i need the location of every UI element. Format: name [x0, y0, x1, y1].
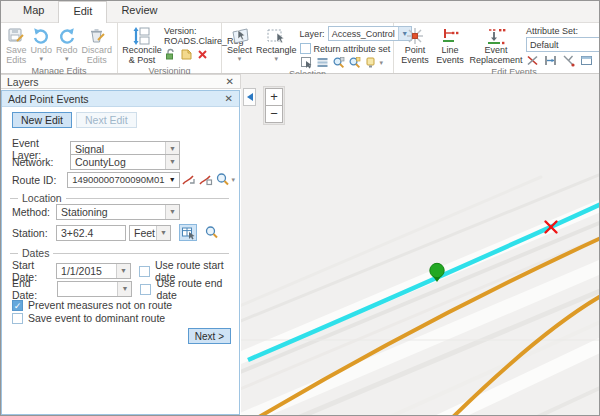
- pan-to-selection-icon[interactable]: [348, 56, 361, 69]
- new-version-icon[interactable]: [180, 48, 193, 61]
- select-dropdown-caret[interactable]: ▾: [238, 56, 242, 61]
- station-unit-combo[interactable]: Feet ▼: [129, 225, 171, 241]
- end-date-combo[interactable]: ▼: [57, 281, 133, 297]
- save-dominant-route-label: Save event to dominant route: [28, 312, 165, 324]
- station-label: Station:: [12, 227, 56, 239]
- version-caption: Version:: [164, 26, 218, 36]
- station-unit-arrow-icon[interactable]: ▼: [156, 226, 170, 240]
- network-combo-arrow-icon[interactable]: ▼: [165, 155, 179, 169]
- route-id-label: Route ID:: [12, 174, 67, 186]
- unlock-version-icon[interactable]: [164, 48, 177, 61]
- network-label: Network:: [12, 156, 70, 168]
- add-point-events-pane: Add Point Events ✕ New Edit Next Edit Ev…: [1, 90, 240, 415]
- measure-offset-icon[interactable]: [544, 54, 557, 67]
- tab-map[interactable]: Map: [9, 1, 58, 23]
- save-dominant-route-checkbox[interactable]: [12, 313, 23, 324]
- layer-label: Layer:: [300, 29, 325, 39]
- end-date-combo-arrow-icon[interactable]: ▼: [117, 282, 131, 296]
- prevent-measures-label: Prevent measures not on route: [28, 299, 172, 311]
- route-zoom-caret[interactable]: ▾: [231, 177, 235, 182]
- redo-icon: [57, 26, 77, 46]
- map-canvas: [241, 74, 599, 415]
- reconcile-post-icon: [131, 26, 153, 46]
- location-section-label: Location: [22, 192, 62, 204]
- point-events-icon: [405, 26, 425, 46]
- group-versioning: Reconcile & Post Version: ROADS.Claire_R…: [118, 23, 222, 73]
- collapse-panel-button[interactable]: [243, 88, 256, 106]
- add-point-events-header[interactable]: Add Point Events ✕: [2, 91, 239, 107]
- redo-dropdown-caret[interactable]: ▾: [65, 56, 69, 61]
- line-events-button[interactable]: Line Events: [433, 24, 467, 66]
- start-date-combo-arrow-icon[interactable]: ▼: [116, 264, 130, 278]
- route-id-combo-arrow-icon[interactable]: ▼: [165, 173, 179, 187]
- undo-button[interactable]: Undo ▾: [29, 24, 55, 61]
- select-button[interactable]: Select ▾: [225, 24, 254, 61]
- use-route-end-date-label: Use route end date: [156, 277, 233, 301]
- station-pick-from-map-button[interactable]: [179, 224, 197, 241]
- use-route-end-date-checkbox[interactable]: [140, 284, 151, 295]
- network-combo[interactable]: CountyLog ▼: [70, 154, 180, 170]
- split-event-icon[interactable]: [526, 54, 539, 67]
- dates-section-separator: Dates: [10, 247, 229, 259]
- return-attribute-set-label: Return attribute set: [314, 44, 391, 54]
- rectangle-select-button[interactable]: Rectangle ▾: [254, 24, 299, 61]
- point-events-button[interactable]: Point Events: [397, 24, 433, 66]
- attribute-set-label: Attribute Set:: [526, 26, 600, 36]
- event-replacement-button[interactable]: Event Replacement: [467, 24, 525, 66]
- rectangle-dropdown-caret[interactable]: ▾: [275, 56, 279, 61]
- route-zoom-icon[interactable]: [214, 171, 231, 188]
- tab-edit[interactable]: Edit: [58, 1, 107, 23]
- method-combo[interactable]: Stationing ▼: [56, 204, 180, 220]
- map-view[interactable]: + −: [241, 74, 599, 415]
- save-edits-icon: [6, 26, 26, 46]
- end-date-label: End Date:: [12, 277, 57, 301]
- return-attribute-set-checkbox[interactable]: [300, 43, 311, 54]
- group-manage-edits: Save Edits Undo ▾ Redo ▾: [1, 23, 118, 73]
- select-icon: [229, 26, 251, 46]
- undo-dropdown-caret[interactable]: ▾: [40, 56, 44, 61]
- version-value: ROADS.Claire_Reg: [164, 36, 218, 46]
- ribbon-tab-row: Map Edit Review: [1, 1, 599, 23]
- add-point-events-close-icon[interactable]: ✕: [225, 93, 233, 104]
- ribbon: Save Edits Undo ▾ Redo ▾: [1, 23, 599, 74]
- save-edits-button[interactable]: Save Edits: [4, 24, 29, 66]
- undo-icon: [31, 26, 51, 46]
- station-input[interactable]: 3+62.4: [56, 225, 126, 241]
- layers-pane-title: Layers: [7, 76, 226, 88]
- location-section-separator: Location: [10, 192, 229, 204]
- prevent-measures-checkbox[interactable]: ✓: [12, 300, 23, 311]
- zoom-out-button[interactable]: −: [265, 105, 283, 123]
- layers-pane-header[interactable]: Layers ✕: [1, 74, 241, 89]
- map-zoom-control: + −: [264, 87, 284, 124]
- app-window: Map Edit Review Save Edits Undo ▾: [0, 0, 600, 416]
- zoom-to-selection-icon[interactable]: [332, 56, 345, 69]
- route-id-combo[interactable]: 14900000700090M01 ▼: [67, 172, 180, 188]
- discard-edits-button[interactable]: Discard Edits: [80, 24, 115, 66]
- select-by-rectangle-icon[interactable]: [300, 56, 313, 69]
- reconcile-post-button[interactable]: Reconcile & Post: [121, 24, 163, 66]
- next-edit-button[interactable]: Next Edit: [76, 112, 137, 128]
- discard-edits-icon: [87, 26, 107, 46]
- redo-button[interactable]: Redo ▾: [54, 24, 80, 61]
- event-replacement-icon: [485, 26, 507, 46]
- event-window-icon[interactable]: [580, 54, 593, 67]
- station-zoom-icon[interactable]: [203, 224, 221, 241]
- route-locate-icon[interactable]: [197, 171, 214, 188]
- tab-review[interactable]: Review: [107, 1, 171, 23]
- line-events-icon: [440, 26, 460, 46]
- next-button[interactable]: Next >: [188, 328, 231, 344]
- new-edit-button[interactable]: New Edit: [12, 112, 72, 128]
- use-route-start-date-checkbox[interactable]: [139, 266, 150, 277]
- layers-close-icon[interactable]: ✕: [226, 76, 234, 87]
- selection-tools-caret[interactable]: ▾: [380, 60, 384, 65]
- zoom-in-button[interactable]: +: [265, 88, 283, 106]
- method-combo-arrow-icon[interactable]: ▼: [165, 205, 179, 219]
- attributes-list-icon[interactable]: [316, 56, 329, 69]
- left-dock: Layers ✕ Add Point Events ✕ New Edit Nex…: [1, 74, 241, 415]
- route-from-select-icon[interactable]: [180, 171, 197, 188]
- clear-selection-icon[interactable]: [364, 56, 377, 69]
- collapse-panel-icon: [247, 93, 253, 101]
- delete-version-icon[interactable]: [196, 48, 209, 61]
- snap-events-icon[interactable]: [562, 54, 575, 67]
- attribute-set-combo[interactable]: Default ▼: [526, 37, 600, 52]
